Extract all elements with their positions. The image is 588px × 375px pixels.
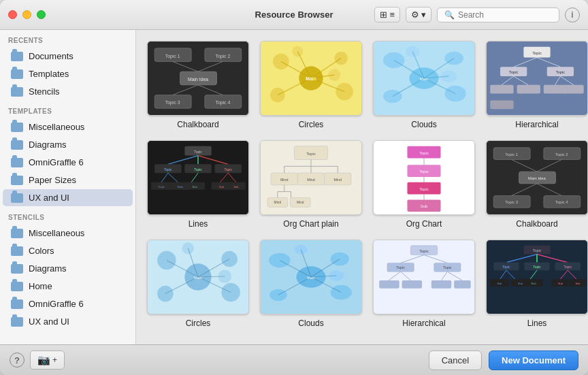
template-thumbnail: Topic 1 Topic 2 Main Idea Topic 3 Topic …	[486, 140, 588, 215]
template-label: Lines	[527, 319, 547, 328]
svg-point-32	[383, 52, 404, 69]
svg-text:Mind: Mind	[333, 178, 342, 182]
sidebar-item-stencils-diagrams[interactable]: Diagrams	[3, 260, 133, 277]
circles2-svg: Main	[148, 240, 248, 314]
help-button[interactable]: ?	[10, 353, 24, 368]
sidebar-item-stencils-ux-ui[interactable]: UX and UI	[3, 313, 133, 330]
template-label: Circles	[186, 319, 211, 328]
svg-text:Sub: Sub	[575, 282, 581, 285]
sidebar-item-stencils-recent[interactable]: Stencils	[3, 83, 133, 100]
settings-button[interactable]: ⚙ ▾	[406, 7, 431, 22]
view-grid-button[interactable]: ⊞ ≡	[374, 7, 400, 22]
svg-text:Tools: Tools	[177, 185, 183, 189]
template-label: Chalkboard	[516, 219, 557, 229]
svg-text:Sub: Sub	[558, 282, 564, 285]
template-card-hierarchical[interactable]: Topic Topic Topic	[486, 41, 588, 129]
svg-point-144	[157, 286, 174, 302]
sidebar-item-label: Stencils	[29, 86, 60, 97]
svg-rect-55	[564, 85, 583, 94]
svg-text:Tools: Tools	[158, 185, 164, 189]
template-card-lines2[interactable]: Topic Topic Topic Topic Sub Sub	[486, 240, 588, 328]
svg-text:Topic: Topic	[396, 265, 405, 270]
sidebar-item-stencils-misc[interactable]: Miscellaneous	[3, 225, 133, 242]
sidebar: RECENTS Documents Templates Stencils TEM…	[0, 30, 136, 344]
svg-text:Topic 2: Topic 2	[215, 54, 230, 59]
template-card-orgchart-plain[interactable]: Topic Mind Mind Mind	[260, 140, 362, 229]
hierarchical2-svg: Topic Topic Topic	[374, 240, 474, 314]
svg-text:Topic: Topic	[556, 70, 566, 74]
sidebar-item-miscellaneous[interactable]: Miscellaneous	[3, 118, 133, 135]
svg-text:Topic: Topic	[419, 249, 429, 253]
sidebar-item-documents[interactable]: Documents	[3, 48, 133, 65]
titlebar: Resource Browser ⊞ ≡ ⚙ ▾ 🔍 i	[0, 0, 588, 30]
template-label: Hierarchical	[515, 120, 558, 129]
svg-text:Sub: Sub	[497, 282, 503, 285]
svg-point-159	[270, 289, 287, 301]
settings-icon: ⚙	[411, 10, 419, 20]
add-resource-button[interactable]: 📷 +	[30, 350, 65, 370]
svg-rect-56	[490, 100, 513, 109]
sidebar-item-label: UX and UI	[29, 193, 69, 203]
template-card-circles[interactable]: Main Circles	[260, 41, 362, 129]
sidebar-item-home[interactable]: Home	[3, 278, 133, 295]
window-controls	[8, 10, 46, 19]
template-card-chalkboard[interactable]: Topic 1 Topic 2 Main Idea Topic 3 Topic …	[147, 41, 249, 129]
recents-header: RECENTS	[0, 30, 135, 47]
svg-text:Topic: Topic	[443, 265, 452, 270]
search-box[interactable]: 🔍	[437, 7, 559, 22]
svg-text:Main: Main	[420, 77, 429, 81]
folder-icon	[11, 176, 23, 185]
sidebar-item-ux-ui[interactable]: UX and UI	[3, 189, 133, 206]
bottom-right: Cancel New Document	[429, 350, 578, 370]
svg-text:Mind: Mind	[297, 201, 304, 204]
templates-header: TEMPLATES	[0, 101, 135, 118]
template-thumbnail: Topic Topic Topic Topic Tools Tools	[147, 140, 249, 215]
svg-point-18	[334, 52, 348, 65]
window-title: Resource Browser	[255, 10, 333, 20]
minimize-button[interactable]	[22, 10, 31, 19]
svg-text:Topic: Topic	[509, 70, 519, 74]
maximize-button[interactable]	[37, 10, 46, 19]
svg-text:Sub: Sub	[421, 204, 428, 208]
template-card-lines[interactable]: Topic Topic Topic Topic Tools Tools	[147, 140, 249, 229]
sidebar-item-diagrams[interactable]: Diagrams	[3, 136, 133, 153]
sidebar-item-label: Templates	[29, 69, 69, 79]
folder-icon	[11, 69, 23, 79]
sidebar-item-omnigraffle6[interactable]: OmniGraffle 6	[3, 154, 133, 171]
template-card-orgchart[interactable]: Topic Topic Topic Sub Org Chart	[373, 140, 475, 229]
svg-rect-52	[490, 85, 513, 94]
info-button[interactable]: i	[565, 7, 580, 22]
template-card-clouds[interactable]: Main Clouds	[373, 41, 475, 129]
main-content: RECENTS Documents Templates Stencils TEM…	[0, 30, 588, 344]
sidebar-item-templates-recent[interactable]: Templates	[3, 65, 133, 82]
svg-point-35	[383, 90, 402, 103]
sidebar-item-label: Paper Sizes	[29, 175, 76, 185]
circles-svg: Main	[261, 42, 361, 115]
template-label: Lines	[189, 219, 208, 229]
svg-text:Topic: Topic	[306, 152, 316, 156]
close-button[interactable]	[8, 10, 17, 19]
template-card-clouds2[interactable]: Main Clouds	[260, 240, 362, 328]
template-card-circles2[interactable]: Main Circles	[147, 240, 249, 328]
template-thumbnail: Topic 1 Topic 2 Main Idea Topic 3 Topic …	[147, 41, 249, 116]
sidebar-item-label: Diagrams	[29, 263, 67, 274]
cancel-button[interactable]: Cancel	[429, 350, 482, 370]
template-card-chalkboard2[interactable]: Topic 1 Topic 2 Main Idea Topic 3 Topic …	[486, 140, 588, 229]
sidebar-item-paper-sizes[interactable]: Paper Sizes	[3, 172, 133, 189]
folder-icon	[11, 299, 23, 309]
hierarchical-svg: Topic Topic Topic	[487, 42, 587, 115]
sidebar-item-colors[interactable]: Colors	[3, 242, 133, 259]
list-icon: ≡	[389, 10, 395, 20]
svg-text:Sub: Sub	[233, 185, 239, 189]
new-document-button[interactable]: New Document	[489, 350, 578, 370]
svg-rect-181	[402, 280, 422, 289]
template-card-hierarchical2[interactable]: Topic Topic Topic Hierarch	[373, 240, 475, 328]
sidebar-item-stencils-omnigraffle6[interactable]: OmniGraffle 6	[3, 295, 133, 312]
dropdown-icon: ▾	[421, 10, 426, 20]
sidebar-item-label: Documents	[29, 51, 74, 61]
toolbar-right: ⊞ ≡ ⚙ ▾ 🔍 i	[374, 7, 580, 22]
folder-icon	[11, 52, 23, 61]
sidebar-item-label: UX and UI	[29, 316, 69, 327]
svg-text:Topic: Topic	[194, 150, 202, 154]
search-input[interactable]	[458, 10, 540, 20]
